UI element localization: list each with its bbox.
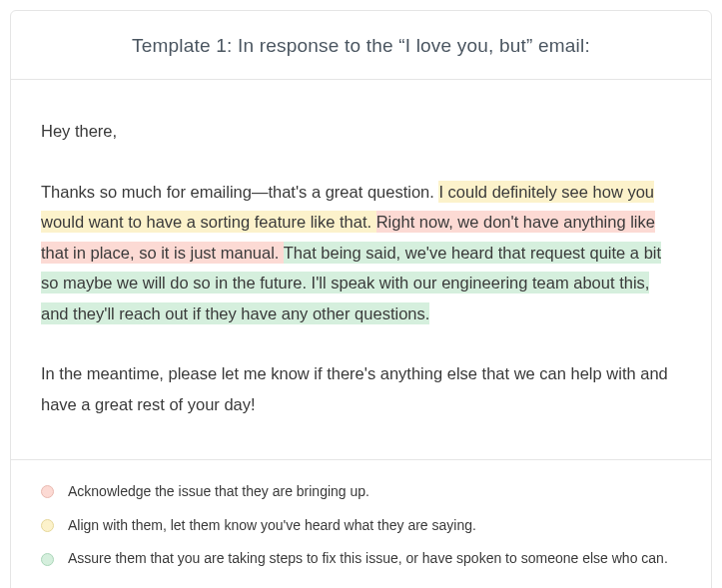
template-title: Template 1: In response to the “I love y… xyxy=(41,35,681,57)
closing-paragraph: In the meantime, please let me know if t… xyxy=(41,358,681,419)
intro-text: Thanks so much for emailing—that's a gre… xyxy=(41,183,438,201)
email-body: Hey there, Thanks so much for emailing—t… xyxy=(41,116,681,419)
legend-item: Assure them that you are taking steps to… xyxy=(41,549,681,569)
card-body: Hey there, Thanks so much for emailing—t… xyxy=(11,80,711,460)
legend-dot-yellow xyxy=(41,519,54,532)
legend-text: Align with them, let them know you've he… xyxy=(68,516,476,536)
main-paragraph: Thanks so much for emailing—that's a gre… xyxy=(41,177,681,329)
legend-item: Acknowledge the issue that they are brin… xyxy=(41,482,681,502)
legend-item: Align with them, let them know you've he… xyxy=(41,516,681,536)
template-card: Template 1: In response to the “I love y… xyxy=(10,10,712,588)
legend-section: Acknowledge the issue that they are brin… xyxy=(11,460,711,588)
legend-text: Assure them that you are taking steps to… xyxy=(68,549,668,569)
greeting-line: Hey there, xyxy=(41,116,681,147)
legend-text: Acknowledge the issue that they are brin… xyxy=(68,482,369,502)
legend-dot-green xyxy=(41,553,54,566)
legend-dot-red xyxy=(41,485,54,498)
card-header: Template 1: In response to the “I love y… xyxy=(11,11,711,80)
